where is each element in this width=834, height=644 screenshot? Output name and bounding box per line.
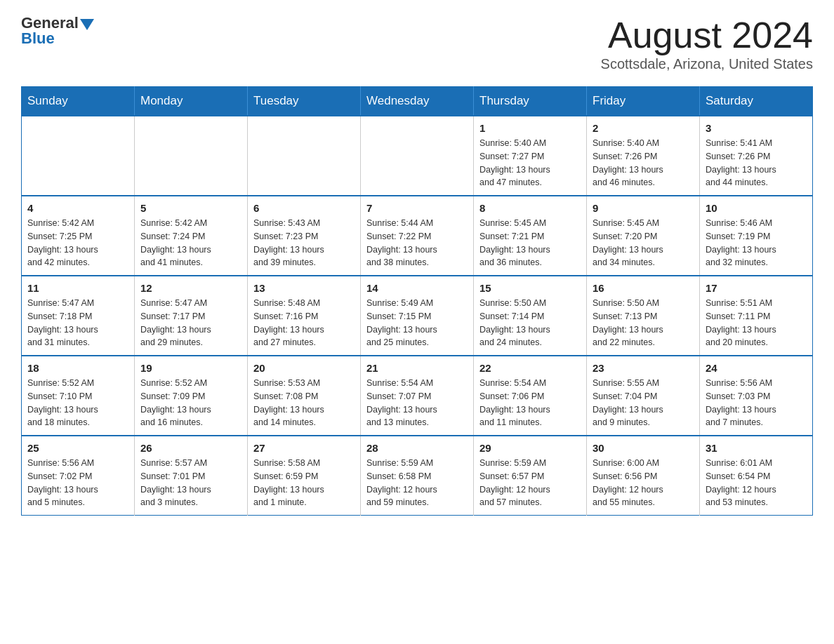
day-info: Sunrise: 5:50 AMSunset: 7:13 PMDaylight:… — [593, 297, 694, 349]
day-info: Sunrise: 5:56 AMSunset: 7:02 PMDaylight:… — [27, 457, 128, 509]
calendar-cell: 11Sunrise: 5:47 AMSunset: 7:18 PMDayligh… — [22, 276, 135, 356]
calendar-cell: 8Sunrise: 5:45 AMSunset: 7:21 PMDaylight… — [474, 196, 587, 276]
day-number: 26 — [140, 442, 241, 454]
day-info: Sunrise: 5:43 AMSunset: 7:23 PMDaylight:… — [253, 217, 355, 269]
day-number: 28 — [366, 442, 468, 454]
calendar-cell: 23Sunrise: 5:55 AMSunset: 7:04 PMDayligh… — [587, 356, 700, 436]
day-number: 7 — [366, 202, 468, 214]
day-number: 1 — [479, 122, 581, 134]
day-number: 23 — [593, 362, 694, 374]
calendar-cell — [361, 116, 474, 196]
day-number: 2 — [593, 122, 694, 134]
day-number: 29 — [479, 442, 581, 454]
day-info: Sunrise: 5:46 AMSunset: 7:19 PMDaylight:… — [706, 217, 807, 269]
page-header: General Blue August 2024 Scottsdale, Ari… — [21, 14, 813, 72]
day-info: Sunrise: 5:59 AMSunset: 6:58 PMDaylight:… — [366, 457, 468, 509]
calendar-cell: 29Sunrise: 5:59 AMSunset: 6:57 PMDayligh… — [474, 436, 587, 516]
weekday-header-wednesday: Wednesday — [361, 87, 474, 116]
day-info: Sunrise: 6:00 AMSunset: 6:56 PMDaylight:… — [593, 457, 694, 509]
location: Scottsdale, Arizona, United States — [601, 56, 813, 72]
calendar-cell: 28Sunrise: 5:59 AMSunset: 6:58 PMDayligh… — [361, 436, 474, 516]
logo: General Blue — [21, 14, 94, 48]
day-number: 24 — [706, 362, 807, 374]
day-info: Sunrise: 5:40 AMSunset: 7:26 PMDaylight:… — [593, 137, 694, 189]
day-info: Sunrise: 5:53 AMSunset: 7:08 PMDaylight:… — [253, 377, 355, 429]
calendar-cell: 25Sunrise: 5:56 AMSunset: 7:02 PMDayligh… — [22, 436, 135, 516]
day-number: 10 — [706, 202, 807, 214]
day-info: Sunrise: 5:55 AMSunset: 7:04 PMDaylight:… — [593, 377, 694, 429]
calendar-cell: 7Sunrise: 5:44 AMSunset: 7:22 PMDaylight… — [361, 196, 474, 276]
day-number: 20 — [253, 362, 355, 374]
day-info: Sunrise: 5:57 AMSunset: 7:01 PMDaylight:… — [140, 457, 241, 509]
day-number: 18 — [27, 362, 128, 374]
day-number: 16 — [593, 282, 694, 294]
weekday-header-monday: Monday — [135, 87, 248, 116]
calendar-cell: 21Sunrise: 5:54 AMSunset: 7:07 PMDayligh… — [361, 356, 474, 436]
calendar-week-1: 1Sunrise: 5:40 AMSunset: 7:27 PMDaylight… — [22, 116, 813, 196]
calendar-table: SundayMondayTuesdayWednesdayThursdayFrid… — [21, 86, 813, 516]
weekday-header-sunday: Sunday — [22, 87, 135, 116]
day-info: Sunrise: 5:44 AMSunset: 7:22 PMDaylight:… — [366, 217, 468, 269]
day-info: Sunrise: 5:47 AMSunset: 7:18 PMDaylight:… — [27, 297, 128, 349]
day-number: 30 — [593, 442, 694, 454]
calendar-cell: 12Sunrise: 5:47 AMSunset: 7:17 PMDayligh… — [135, 276, 248, 356]
day-number: 14 — [366, 282, 468, 294]
day-number: 17 — [706, 282, 807, 294]
day-number: 22 — [479, 362, 581, 374]
day-number: 31 — [706, 442, 807, 454]
calendar-cell — [22, 116, 135, 196]
weekday-header-tuesday: Tuesday — [248, 87, 361, 116]
day-info: Sunrise: 5:47 AMSunset: 7:17 PMDaylight:… — [140, 297, 241, 349]
calendar-cell: 2Sunrise: 5:40 AMSunset: 7:26 PMDaylight… — [587, 116, 700, 196]
day-info: Sunrise: 5:52 AMSunset: 7:09 PMDaylight:… — [140, 377, 241, 429]
calendar-week-3: 11Sunrise: 5:47 AMSunset: 7:18 PMDayligh… — [22, 276, 813, 356]
logo-triangle-icon — [80, 19, 94, 30]
day-number: 13 — [253, 282, 355, 294]
day-number: 25 — [27, 442, 128, 454]
day-info: Sunrise: 5:54 AMSunset: 7:07 PMDaylight:… — [366, 377, 468, 429]
day-info: Sunrise: 5:41 AMSunset: 7:26 PMDaylight:… — [706, 137, 807, 189]
calendar-week-4: 18Sunrise: 5:52 AMSunset: 7:10 PMDayligh… — [22, 356, 813, 436]
calendar-cell: 27Sunrise: 5:58 AMSunset: 6:59 PMDayligh… — [248, 436, 361, 516]
day-info: Sunrise: 5:51 AMSunset: 7:11 PMDaylight:… — [706, 297, 807, 349]
day-info: Sunrise: 5:56 AMSunset: 7:03 PMDaylight:… — [706, 377, 807, 429]
calendar-cell: 26Sunrise: 5:57 AMSunset: 7:01 PMDayligh… — [135, 436, 248, 516]
month-title: August 2024 — [601, 14, 813, 56]
calendar-cell: 15Sunrise: 5:50 AMSunset: 7:14 PMDayligh… — [474, 276, 587, 356]
day-number: 4 — [27, 202, 128, 214]
day-info: Sunrise: 6:01 AMSunset: 6:54 PMDaylight:… — [706, 457, 807, 509]
day-info: Sunrise: 5:42 AMSunset: 7:25 PMDaylight:… — [27, 217, 128, 269]
day-info: Sunrise: 5:54 AMSunset: 7:06 PMDaylight:… — [479, 377, 581, 429]
day-info: Sunrise: 5:45 AMSunset: 7:21 PMDaylight:… — [479, 217, 581, 269]
day-number: 3 — [706, 122, 807, 134]
calendar-cell: 14Sunrise: 5:49 AMSunset: 7:15 PMDayligh… — [361, 276, 474, 356]
calendar-cell: 3Sunrise: 5:41 AMSunset: 7:26 PMDaylight… — [700, 116, 813, 196]
calendar-cell — [135, 116, 248, 196]
day-info: Sunrise: 5:58 AMSunset: 6:59 PMDaylight:… — [253, 457, 355, 509]
calendar-week-5: 25Sunrise: 5:56 AMSunset: 7:02 PMDayligh… — [22, 436, 813, 516]
calendar-cell: 19Sunrise: 5:52 AMSunset: 7:09 PMDayligh… — [135, 356, 248, 436]
calendar-cell: 31Sunrise: 6:01 AMSunset: 6:54 PMDayligh… — [700, 436, 813, 516]
day-info: Sunrise: 5:45 AMSunset: 7:20 PMDaylight:… — [593, 217, 694, 269]
calendar-cell: 1Sunrise: 5:40 AMSunset: 7:27 PMDaylight… — [474, 116, 587, 196]
day-number: 6 — [253, 202, 355, 214]
day-info: Sunrise: 5:50 AMSunset: 7:14 PMDaylight:… — [479, 297, 581, 349]
day-info: Sunrise: 5:52 AMSunset: 7:10 PMDaylight:… — [27, 377, 128, 429]
day-number: 15 — [479, 282, 581, 294]
calendar-cell: 10Sunrise: 5:46 AMSunset: 7:19 PMDayligh… — [700, 196, 813, 276]
calendar-cell: 18Sunrise: 5:52 AMSunset: 7:10 PMDayligh… — [22, 356, 135, 436]
day-number: 19 — [140, 362, 241, 374]
calendar-cell: 4Sunrise: 5:42 AMSunset: 7:25 PMDaylight… — [22, 196, 135, 276]
day-number: 11 — [27, 282, 128, 294]
calendar-cell: 22Sunrise: 5:54 AMSunset: 7:06 PMDayligh… — [474, 356, 587, 436]
day-number: 27 — [253, 442, 355, 454]
weekday-header-friday: Friday — [587, 87, 700, 116]
calendar-cell: 17Sunrise: 5:51 AMSunset: 7:11 PMDayligh… — [700, 276, 813, 356]
weekday-header-saturday: Saturday — [700, 87, 813, 116]
calendar-cell: 20Sunrise: 5:53 AMSunset: 7:08 PMDayligh… — [248, 356, 361, 436]
calendar-cell: 24Sunrise: 5:56 AMSunset: 7:03 PMDayligh… — [700, 356, 813, 436]
day-info: Sunrise: 5:59 AMSunset: 6:57 PMDaylight:… — [479, 457, 581, 509]
day-info: Sunrise: 5:49 AMSunset: 7:15 PMDaylight:… — [366, 297, 468, 349]
calendar-cell: 6Sunrise: 5:43 AMSunset: 7:23 PMDaylight… — [248, 196, 361, 276]
calendar-cell: 13Sunrise: 5:48 AMSunset: 7:16 PMDayligh… — [248, 276, 361, 356]
